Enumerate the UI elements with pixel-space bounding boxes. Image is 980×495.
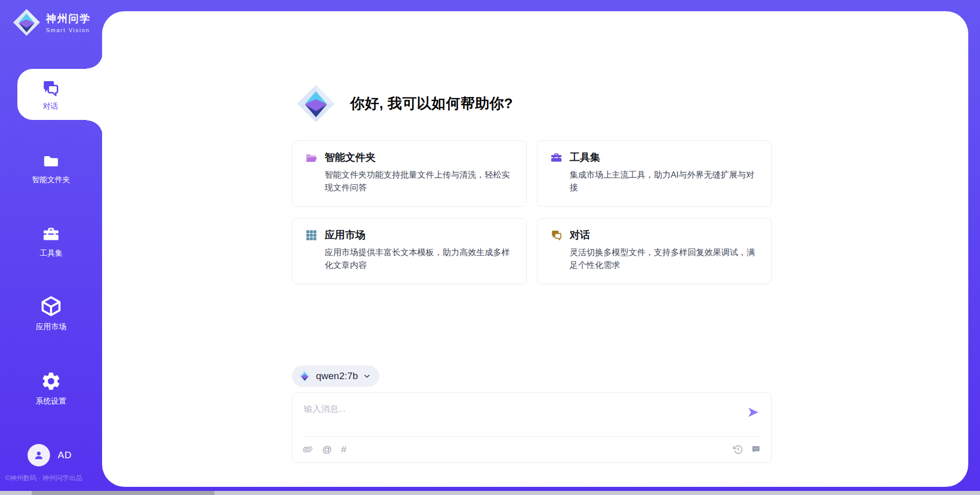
brand-text: 神州问学 Smart Vision (46, 12, 91, 33)
feature-cards: 智能文件夹 智能文件夹功能支持批量文件上传与清洗，轻松实现文件问答 工具集 集成… (292, 140, 772, 284)
card-header: 对话 (550, 228, 759, 242)
card-description: 应用市场提供丰富长文本模板，助力高效生成多样化文章内容 (325, 246, 514, 271)
sidebar-item-app-market[interactable]: 应用市场 (0, 295, 102, 332)
card-title: 智能文件夹 (325, 151, 376, 164)
sidebar-item-chat-inner: 对话 (17, 78, 84, 111)
sidebar-item-smart-folder[interactable]: 智能文件夹 (0, 152, 102, 185)
card-smart-folder[interactable]: 智能文件夹 智能文件夹功能支持批量文件上传与清洗，轻松实现文件问答 (292, 140, 527, 207)
card-header: 智能文件夹 (305, 151, 514, 164)
toolbox-icon (550, 151, 563, 164)
card-description: 集成市场上主流工具，助力AI与外界无缝扩展与对接 (570, 168, 759, 194)
sidebar-item-label: 智能文件夹 (32, 175, 70, 185)
sidebar-item-chat[interactable]: 对话 (17, 69, 103, 120)
folder-icon (42, 152, 60, 170)
conversation-button[interactable] (751, 444, 761, 455)
app-logo-icon (296, 84, 336, 123)
card-header: 工具集 (550, 151, 759, 164)
card-toolset[interactable]: 工具集 集成市场上主流工具，助力AI与外界无缝扩展与对接 (537, 140, 772, 207)
brand: 神州问学 Smart Vision (12, 8, 91, 37)
card-title: 应用市场 (325, 228, 365, 242)
card-chat[interactable]: 对话 灵活切换多模型文件，支持多样回复效果调试，满足个性化需求 (537, 218, 772, 284)
brand-name: 神州问学 (46, 12, 91, 26)
message-input[interactable] (292, 393, 731, 434)
gear-icon (40, 370, 62, 392)
send-button[interactable] (747, 404, 763, 420)
sidebar-item-label: 系统设置 (36, 397, 66, 406)
sidebar-item-settings[interactable]: 系统设置 (0, 370, 102, 406)
avatar (28, 444, 50, 466)
sidebar-item-toolset[interactable]: 工具集 (0, 225, 102, 258)
cube-icon (40, 295, 62, 317)
card-title: 工具集 (570, 151, 600, 164)
user-name: AD (58, 450, 71, 461)
composer-toolbar-left: @ # (303, 444, 347, 455)
sidebar: 神州问学 Smart Vision 对话 智能文件夹 工具集 应用市场 系统设置… (0, 0, 102, 495)
sidebar-item-label: 对话 (43, 102, 58, 111)
card-header: 应用市场 (305, 228, 514, 242)
horizontal-scrollbar[interactable] (0, 491, 980, 495)
toolbox-icon (41, 225, 61, 244)
composer-toolbar-right (733, 444, 761, 455)
card-app-market[interactable]: 应用市场 应用市场提供丰富长文本模板，助力高效生成多样化文章内容 (292, 218, 527, 284)
paperclip-icon (303, 444, 313, 455)
grid-icon (305, 229, 318, 242)
copyright-footer: ©神州数码 · 神州问学出品 (5, 474, 82, 483)
topic-button[interactable]: # (341, 444, 347, 455)
mention-button[interactable]: @ (322, 444, 332, 455)
greeting: 你好, 我可以如何帮助你? (296, 84, 513, 123)
chat-icon (40, 78, 61, 98)
attach-button[interactable] (303, 444, 313, 455)
sidebar-item-label: 工具集 (40, 249, 63, 258)
main-panel: 你好, 我可以如何帮助你? 智能文件夹 智能文件夹功能支持批量文件上传与清洗，轻… (102, 11, 968, 487)
send-icon (747, 406, 760, 419)
chat-icon (550, 229, 563, 242)
main-content: 你好, 我可以如何帮助你? 智能文件夹 智能文件夹功能支持批量文件上传与清洗，轻… (292, 11, 772, 487)
sidebar-item-label: 应用市场 (36, 322, 66, 332)
scrollbar-thumb[interactable] (32, 491, 214, 495)
greeting-title: 你好, 我可以如何帮助你? (350, 94, 513, 113)
message-composer: @ # (292, 392, 772, 463)
card-title: 对话 (570, 228, 590, 242)
brand-subtitle: Smart Vision (46, 27, 91, 33)
chat-bubble-icon (751, 444, 761, 455)
user-profile[interactable]: AD (28, 444, 71, 466)
open-folder-icon (305, 151, 318, 164)
model-name: qwen2:7b (316, 370, 358, 382)
card-description: 灵活切换多模型文件，支持多样回复效果调试，满足个性化需求 (570, 246, 759, 271)
model-selector[interactable]: qwen2:7b (292, 365, 379, 387)
card-description: 智能文件夹功能支持批量文件上传与清洗，轻松实现文件问答 (325, 168, 514, 194)
brand-logo-icon (12, 8, 41, 37)
chevron-down-icon (362, 372, 372, 381)
history-button[interactable] (733, 444, 743, 455)
composer-toolbar: @ # (303, 436, 761, 462)
history-icon (733, 444, 743, 455)
person-icon (32, 449, 45, 462)
model-logo-icon (298, 369, 311, 383)
